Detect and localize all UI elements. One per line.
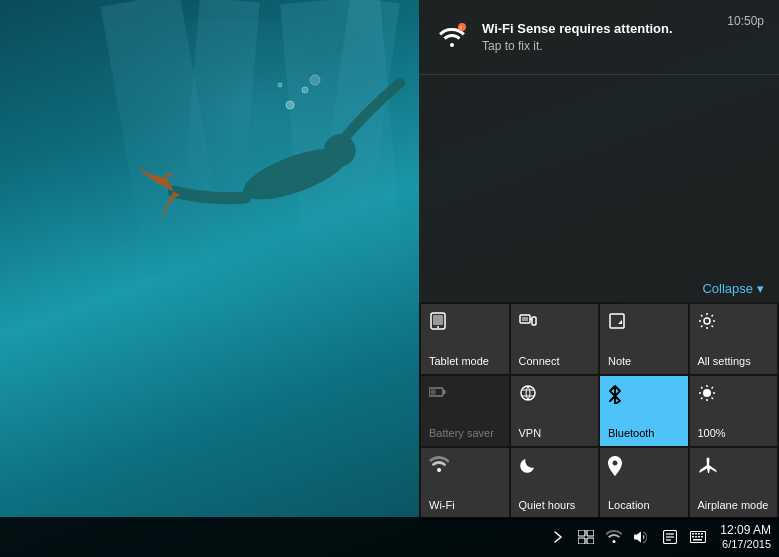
- quiet-hours-moon-icon: [519, 456, 537, 477]
- collapse-row: Collapse ▾: [419, 275, 779, 302]
- svg-point-3: [286, 101, 294, 109]
- notification-bar[interactable]: ! Wi-Fi Sense requires attention. Tap to…: [419, 0, 779, 75]
- tile-brightness[interactable]: 100%: [690, 376, 778, 446]
- collapse-label: Collapse: [702, 281, 753, 296]
- svg-rect-34: [692, 533, 694, 535]
- tile-connect-label: Connect: [519, 355, 560, 368]
- tile-location[interactable]: Location: [600, 448, 688, 518]
- tile-wifi[interactable]: Wi-Fi: [421, 448, 509, 518]
- svg-rect-41: [701, 536, 703, 538]
- tile-all-settings-label: All settings: [698, 355, 751, 368]
- svg-point-5: [278, 83, 282, 87]
- tile-vpn-label: VPN: [519, 427, 542, 440]
- volume-tray-icon[interactable]: [628, 517, 656, 557]
- tile-quiet-hours-label: Quiet hours: [519, 499, 576, 512]
- tile-battery-saver-label: Battery saver: [429, 427, 494, 440]
- svg-rect-42: [693, 539, 702, 541]
- tile-wifi-label: Wi-Fi: [429, 499, 455, 512]
- svg-rect-36: [698, 533, 700, 535]
- svg-rect-13: [522, 317, 528, 321]
- tile-note[interactable]: Note: [600, 304, 688, 374]
- wifi-sense-icon: !: [434, 19, 470, 55]
- svg-rect-26: [587, 530, 594, 536]
- swimmer-illustration: [60, 20, 440, 320]
- svg-rect-40: [698, 536, 700, 538]
- tile-battery-saver[interactable]: Battery saver: [421, 376, 509, 446]
- svg-point-6: [310, 75, 320, 85]
- quick-actions-grid: Tablet mode Connect: [419, 302, 779, 520]
- settings-gear-icon: [698, 312, 716, 333]
- svg-point-24: [703, 389, 711, 397]
- touch-keyboard-icon[interactable]: [684, 517, 712, 557]
- notification-text: Wi-Fi Sense requires attention. Tap to f…: [482, 21, 717, 54]
- airplane-mode-icon: [698, 456, 718, 479]
- tile-quiet-hours[interactable]: Quiet hours: [511, 448, 599, 518]
- collapse-chevron-icon: ▾: [757, 281, 764, 296]
- tile-connect[interactable]: Connect: [511, 304, 599, 374]
- svg-point-11: [437, 326, 439, 328]
- svg-rect-35: [695, 533, 697, 535]
- svg-rect-14: [532, 317, 536, 325]
- wifi-tile-icon: [429, 456, 449, 475]
- svg-point-0: [60, 20, 440, 320]
- system-tray: 12:09 AM 6/17/2015: [544, 517, 779, 557]
- tile-airplane-mode-label: Airplane mode: [698, 499, 769, 512]
- clock-date: 6/17/2015: [722, 538, 771, 551]
- tile-all-settings[interactable]: All settings: [690, 304, 778, 374]
- vpn-icon: [519, 384, 537, 405]
- tile-note-label: Note: [608, 355, 631, 368]
- tablet-mode-icon: [429, 312, 447, 333]
- taskbar: 12:09 AM 6/17/2015: [0, 517, 779, 557]
- bluetooth-icon: [608, 384, 622, 407]
- svg-rect-10: [433, 315, 443, 325]
- svg-rect-20: [431, 390, 436, 395]
- notification-subtitle: Tap to fix it.: [482, 39, 717, 53]
- empty-notification-area: [419, 75, 779, 275]
- svg-rect-38: [692, 536, 694, 538]
- svg-rect-25: [578, 530, 585, 536]
- brightness-icon: [698, 384, 716, 405]
- clock-time: 12:09 AM: [720, 523, 771, 537]
- svg-rect-19: [444, 390, 446, 394]
- action-center-panel: ! Wi-Fi Sense requires attention. Tap to…: [419, 0, 779, 520]
- svg-point-4: [302, 87, 308, 93]
- tile-location-label: Location: [608, 499, 650, 512]
- svg-rect-39: [695, 536, 697, 538]
- tile-tablet-mode[interactable]: Tablet mode: [421, 304, 509, 374]
- desktop: ! Wi-Fi Sense requires attention. Tap to…: [0, 0, 779, 557]
- svg-point-21: [521, 386, 535, 400]
- system-clock[interactable]: 12:09 AM 6/17/2015: [712, 517, 779, 557]
- network-tray-icon[interactable]: [600, 517, 628, 557]
- tile-tablet-mode-label: Tablet mode: [429, 355, 489, 368]
- svg-point-17: [704, 318, 710, 324]
- collapse-button[interactable]: Collapse ▾: [702, 281, 764, 296]
- tile-bluetooth-label: Bluetooth: [608, 427, 654, 440]
- notification-title: Wi-Fi Sense requires attention.: [482, 21, 717, 38]
- tile-airplane-mode[interactable]: Airplane mode: [690, 448, 778, 518]
- battery-saver-icon: [429, 384, 447, 400]
- note-icon: [608, 312, 626, 333]
- tile-vpn[interactable]: VPN: [511, 376, 599, 446]
- tile-brightness-label: 100%: [698, 427, 726, 440]
- task-view-icon[interactable]: [572, 517, 600, 557]
- action-center-tray-icon[interactable]: [656, 517, 684, 557]
- svg-rect-27: [578, 538, 585, 544]
- hidden-icons-button[interactable]: [544, 517, 572, 557]
- notification-time: 10:50p: [727, 12, 764, 28]
- svg-rect-37: [701, 533, 703, 535]
- tile-bluetooth[interactable]: Bluetooth: [600, 376, 688, 446]
- svg-text:!: !: [460, 25, 462, 31]
- location-icon: [608, 456, 622, 479]
- connect-icon: [519, 312, 537, 333]
- svg-rect-28: [587, 538, 594, 544]
